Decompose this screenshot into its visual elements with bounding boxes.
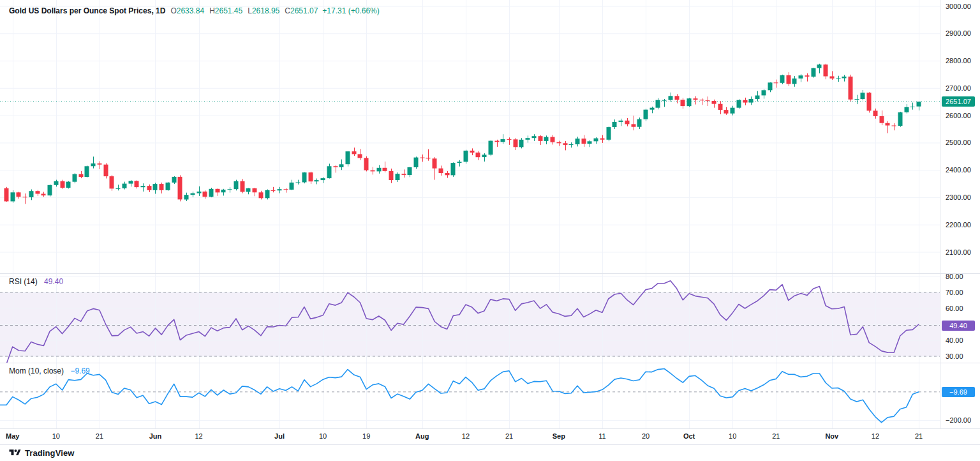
rsi-tick-label: 40.00 bbox=[946, 336, 963, 345]
price-tick-label: 2700.00 bbox=[946, 84, 971, 93]
rsi-current-value: 49.40 bbox=[44, 277, 63, 286]
time-tick-label: 10 bbox=[319, 432, 327, 440]
time-tick-label: Nov bbox=[825, 432, 838, 440]
time-tick-label: 12 bbox=[872, 432, 879, 440]
time-tick-label: 10 bbox=[52, 432, 60, 440]
low-label: L bbox=[248, 6, 252, 15]
rsi-params: (14) bbox=[24, 277, 37, 286]
close-label: C bbox=[285, 6, 290, 15]
symbol-title[interactable]: Gold US Dollars per Ounce Spot Prices, 1… bbox=[9, 6, 165, 15]
price-tick-label: 2800.00 bbox=[946, 57, 971, 65]
mom-current-value: −9.69 bbox=[70, 367, 89, 375]
price-tick-label: 2400.00 bbox=[946, 166, 971, 174]
rsi-indicator-legend[interactable]: RSI (14) 49.40 bbox=[9, 277, 63, 286]
time-tick-label: 19 bbox=[362, 432, 370, 440]
rsi-tick-label: 80.00 bbox=[946, 273, 963, 281]
price-tick-label: 2100.00 bbox=[946, 248, 971, 257]
rsi-tick-label: 60.00 bbox=[946, 305, 963, 313]
price-tick-label: 2300.00 bbox=[946, 193, 971, 202]
price-tick-label: 2500.00 bbox=[946, 139, 971, 147]
symbol-legend: Gold US Dollars per Ounce Spot Prices, 1… bbox=[9, 6, 380, 15]
time-tick-label: 12 bbox=[462, 432, 470, 440]
rsi-value-badge: 49.40 bbox=[942, 321, 975, 331]
change-value: +17.31 (+0.66%) bbox=[322, 6, 379, 15]
time-tick-label: 12 bbox=[195, 432, 202, 440]
time-tick-label: 11 bbox=[598, 432, 605, 440]
open-value: 2633.84 bbox=[177, 6, 204, 15]
chart-canvas[interactable] bbox=[0, 0, 980, 461]
time-tick-label: Aug bbox=[415, 432, 429, 440]
time-tick-label: Sep bbox=[553, 432, 565, 440]
price-tick-label: 2600.00 bbox=[946, 112, 971, 120]
open-label: O bbox=[170, 6, 176, 15]
time-tick-label: 21 bbox=[915, 432, 923, 440]
high-label: H bbox=[209, 6, 215, 15]
mom-tick-label: −200.00 bbox=[946, 416, 971, 425]
rsi-name: RSI bbox=[9, 277, 22, 286]
time-tick-label: 21 bbox=[772, 432, 780, 440]
time-tick-label: 21 bbox=[96, 432, 103, 440]
mom-name: Mom bbox=[9, 367, 26, 375]
price-tick-label: 3000.00 bbox=[946, 3, 971, 11]
price-tick-label: 2200.00 bbox=[946, 221, 971, 229]
high-value: 2651.45 bbox=[215, 6, 242, 15]
time-tick-label: Oct bbox=[683, 432, 695, 440]
price-tick-label: 2900.00 bbox=[946, 29, 971, 38]
momentum-indicator-legend[interactable]: Mom (10, close) −9.69 bbox=[9, 367, 90, 375]
footer-row: TradingView bbox=[9, 447, 74, 458]
time-tick-label: 10 bbox=[729, 432, 736, 440]
mom-value-badge: −9.69 bbox=[942, 387, 975, 397]
rsi-tick-label: 70.00 bbox=[946, 289, 963, 297]
close-value: 2651.07 bbox=[290, 6, 318, 15]
mom-params: (10, close) bbox=[28, 367, 64, 375]
last-price-badge: 2651.07 bbox=[942, 96, 975, 107]
tradingview-logo-icon[interactable] bbox=[9, 448, 21, 457]
time-tick-label: Jun bbox=[149, 432, 162, 440]
time-tick-label: Jul bbox=[274, 432, 285, 440]
tradingview-brand-text[interactable]: TradingView bbox=[25, 448, 74, 458]
time-tick-label: May bbox=[6, 432, 19, 440]
low-value: 2618.95 bbox=[252, 6, 279, 15]
rsi-tick-label: 30.00 bbox=[946, 352, 963, 361]
time-tick-label: 21 bbox=[505, 432, 513, 440]
time-tick-label: 20 bbox=[642, 432, 650, 440]
chart-window: Gold US Dollars per Ounce Spot Prices, 1… bbox=[0, 0, 980, 461]
